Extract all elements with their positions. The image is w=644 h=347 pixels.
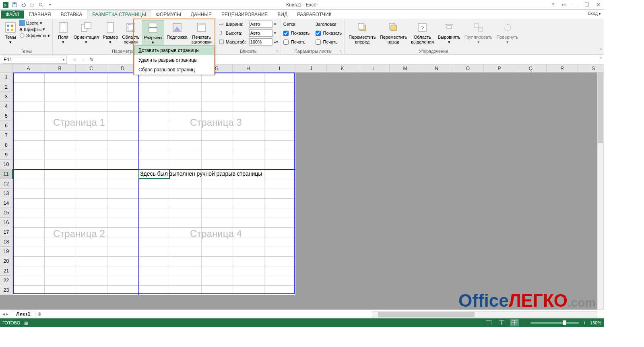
normal-view-icon[interactable] [484,319,493,326]
gridlines-print-checkbox[interactable] [283,39,289,45]
row-header-4[interactable]: 4 [0,102,13,111]
macro-icon[interactable]: ▦ [24,320,28,326]
tab-insert[interactable]: ВСТАВКА [56,10,87,19]
row-header-23[interactable]: 23 [0,285,13,295]
row-header-11[interactable]: 11 [0,169,13,179]
page-layout-view-icon[interactable] [497,319,506,326]
page-break-view-icon[interactable] [510,319,519,326]
headings-view-checkbox[interactable] [316,31,321,36]
fx-icon[interactable]: fx [89,57,97,62]
row-header-3[interactable]: 3 [0,92,13,102]
row-header-19[interactable]: 19 [0,247,13,256]
align-button[interactable]: Выровнять▾ [436,20,462,45]
login-link[interactable]: Вход ▸ [588,11,601,16]
breaks-button[interactable]: Разрывы▾ [142,20,164,46]
size-button[interactable]: Размер▾ [101,20,120,46]
save-icon[interactable] [10,1,19,9]
zoom-level[interactable]: 130% [590,320,601,325]
expand-formula-bar-icon[interactable]: ˅ [600,57,602,62]
width-input[interactable] [249,21,272,28]
column-header-B[interactable]: B [44,64,76,73]
qat-customize-icon[interactable]: ▾ [46,1,54,9]
row-header-1[interactable]: 1 [0,73,13,82]
row-header-5[interactable]: 5 [0,111,13,121]
column-header-P[interactable]: P [484,64,515,73]
column-header-Q[interactable]: Q [515,64,547,73]
margins-button[interactable]: Поля▾ [55,20,71,46]
row-header-20[interactable]: 20 [0,256,13,266]
undo-icon[interactable] [19,1,27,9]
remove-page-break-item[interactable]: Удалить разрыв страницы [134,55,214,65]
print-titles-button[interactable]: Печатать заголовки [190,20,213,46]
row-header-16[interactable]: 16 [0,218,13,227]
sheet-tab-1[interactable]: Лист1 [11,310,35,318]
minimize-icon[interactable]: — [571,1,580,9]
collapse-ribbon-icon[interactable]: ˄ [600,48,602,54]
cancel-formula-icon[interactable]: ✕ [71,57,79,62]
row-header-18[interactable]: 18 [0,237,13,247]
column-header-H[interactable]: H [233,64,264,73]
ribbon-options-icon[interactable]: ▭ [559,1,569,9]
page-break-vertical[interactable] [138,73,139,295]
row-header-15[interactable]: 15 [0,208,13,218]
tab-formulas[interactable]: ФОРМУЛЫ [151,10,186,19]
excel-icon[interactable]: X [2,1,10,9]
row-header-10[interactable]: 10 [0,160,13,169]
column-header-J[interactable]: J [295,64,327,73]
row-header-22[interactable]: 22 [0,276,13,285]
column-header-I[interactable]: I [264,64,295,73]
row-header-13[interactable]: 13 [0,189,13,198]
column-header-R[interactable]: R [547,64,578,73]
column-header-O[interactable]: O [452,64,484,73]
effects-button[interactable]: Эффекты ▾ [19,33,50,38]
scale-input[interactable] [249,38,272,46]
row-header-7[interactable]: 7 [0,131,13,140]
tab-review[interactable]: РЕЦЕНЗИРОВАНИЕ [217,10,272,19]
select-all-corner[interactable] [0,64,13,73]
fit-launcher-icon[interactable]: ⤡ [275,49,280,54]
name-box[interactable]: E11▾ [2,56,67,64]
zoom-slider[interactable] [530,322,579,324]
tab-home[interactable]: ГЛАВНАЯ [24,10,56,19]
reset-page-breaks-item[interactable]: Сброс разрывов страниц [134,65,214,75]
print-area-button[interactable]: Область печати [120,20,141,46]
column-header-C[interactable]: C [76,64,107,73]
vertical-scrollbar[interactable] [597,64,604,311]
height-input[interactable] [249,29,272,37]
close-icon[interactable]: ✕ [593,1,603,9]
headings-print-checkbox[interactable] [316,39,321,45]
column-header-L[interactable]: L [358,64,390,73]
tab-developer[interactable]: РАЗРАБОТЧИК [292,10,336,19]
colors-button[interactable]: Цвета ▾ [19,20,50,26]
column-header-A[interactable]: A [13,64,44,73]
column-header-S[interactable]: S [578,64,604,73]
sheet-nav[interactable]: ◂ ▸ [0,311,11,317]
row-header-6[interactable]: 6 [0,121,13,131]
preview-icon[interactable] [37,1,45,9]
tab-page-layout[interactable]: РАЗМЕТКА СТРАНИЦЫ [87,10,151,19]
fonts-button[interactable]: AШрифты ▾ [19,27,50,32]
column-header-K[interactable]: K [327,64,358,73]
enter-formula-icon[interactable]: ✓ [80,57,88,62]
zoom-in-button[interactable]: + [583,320,586,326]
horizontal-scrollbar[interactable] [372,311,597,318]
zoom-out-button[interactable]: − [523,320,526,326]
insert-page-break-item[interactable]: Вставить разрыв страницы [134,46,214,55]
row-header-9[interactable]: 9 [0,150,13,160]
redo-icon[interactable] [28,1,36,9]
themes-button[interactable]: Темы▾ [2,20,19,45]
maximize-icon[interactable]: ☐ [582,1,592,9]
page-break-horizontal[interactable] [13,169,295,170]
orientation-button[interactable]: Ориентация▾ [72,20,100,46]
gridlines-view-checkbox[interactable] [283,31,289,36]
tab-file[interactable]: ФАЙЛ [1,10,24,19]
row-header-2[interactable]: 2 [0,82,13,92]
group-button[interactable]: Группировать▾ [463,20,494,45]
help-icon[interactable]: ? [548,1,558,9]
row-header-21[interactable]: 21 [0,266,13,276]
column-header-N[interactable]: N [421,64,452,73]
sheet-opts-launcher-icon[interactable]: ⤡ [339,49,343,54]
tab-data[interactable]: ДАННЫЕ [186,10,217,19]
row-header-12[interactable]: 12 [0,179,13,189]
column-header-M[interactable]: M [390,64,421,73]
